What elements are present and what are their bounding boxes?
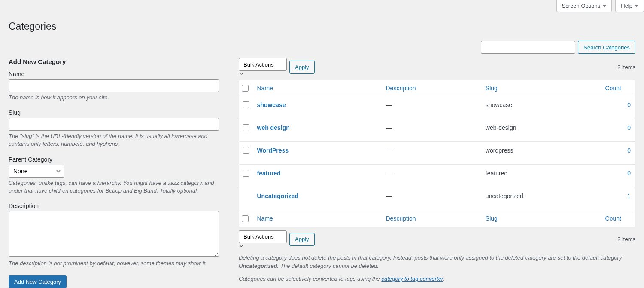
table-row: featured—featured0: [239, 165, 635, 187]
add-new-heading: Add New Category: [9, 58, 223, 65]
category-slug: uncategorized: [481, 187, 601, 210]
category-description: —: [382, 165, 481, 187]
category-slug: web-design: [481, 119, 601, 142]
col-name-sort-footer[interactable]: Name: [257, 215, 273, 222]
category-to-tag-converter-link[interactable]: category to tag converter: [381, 276, 443, 282]
category-name-link[interactable]: featured: [257, 170, 281, 177]
search-categories-button[interactable]: Search Categories: [578, 41, 635, 54]
screen-options-label: Screen Options: [562, 3, 601, 9]
slug-help: The "slug" is the URL-friendly version o…: [9, 132, 219, 148]
categories-table: Name Description Slug Count showcase—sho…: [239, 80, 635, 227]
table-row: WordPress—wordpress0: [239, 142, 635, 165]
slug-label: Slug: [9, 109, 223, 116]
help-button[interactable]: Help: [615, 0, 644, 12]
col-slug-sort-footer[interactable]: Slug: [486, 215, 498, 222]
category-description: —: [382, 96, 481, 119]
description-help: The description is not prominent by defa…: [9, 260, 219, 267]
page-title: Categories: [9, 17, 635, 34]
parent-category-select[interactable]: None: [9, 165, 64, 178]
parent-category-label: Parent Category: [9, 156, 223, 163]
items-count-bottom: 2 items: [617, 236, 635, 242]
category-count-link[interactable]: 0: [627, 147, 631, 154]
chevron-down-icon: [239, 71, 287, 76]
col-description-sort-footer[interactable]: Description: [386, 215, 416, 222]
description-textarea[interactable]: [9, 211, 219, 257]
select-all-checkbox-bottom[interactable]: [242, 215, 249, 222]
table-row: showcase—showcase0: [239, 96, 635, 119]
col-description-sort[interactable]: Description: [386, 85, 416, 92]
delete-note: Deleting a category does not delete the …: [239, 254, 635, 270]
category-slug: featured: [481, 165, 601, 187]
add-new-category-button[interactable]: Add New Category: [9, 275, 67, 288]
category-count-link[interactable]: 0: [627, 170, 631, 177]
category-description: —: [382, 119, 481, 142]
name-input[interactable]: [9, 79, 219, 92]
search-input[interactable]: [481, 41, 575, 54]
apply-button-bottom[interactable]: Apply: [289, 233, 315, 246]
row-checkbox[interactable]: [243, 170, 249, 177]
col-count-sort[interactable]: Count: [605, 85, 621, 92]
select-all-checkbox-top[interactable]: [242, 85, 249, 92]
name-help: The name is how it appears on your site.: [9, 94, 219, 101]
row-checkbox[interactable]: [243, 101, 249, 108]
category-slug: showcase: [481, 96, 601, 119]
col-name-sort[interactable]: Name: [257, 85, 273, 92]
triangle-down-icon: [603, 5, 606, 7]
bulk-actions-select-bottom[interactable]: Bulk Actions: [239, 230, 287, 243]
apply-button-top[interactable]: Apply: [289, 61, 315, 74]
table-row: Uncategorized—uncategorized1: [239, 187, 635, 210]
category-name-link[interactable]: WordPress: [257, 147, 289, 154]
name-label: Name: [9, 70, 223, 77]
triangle-down-icon: [635, 5, 638, 7]
row-checkbox[interactable]: [243, 124, 249, 131]
slug-input[interactable]: [9, 118, 219, 131]
screen-options-button[interactable]: Screen Options: [556, 0, 612, 12]
category-slug: wordpress: [481, 142, 601, 165]
category-count-link[interactable]: 1: [627, 193, 631, 199]
description-label: Description: [9, 202, 223, 209]
col-slug-sort[interactable]: Slug: [486, 85, 498, 92]
chevron-down-icon: [239, 243, 287, 248]
category-name-link[interactable]: showcase: [257, 101, 286, 108]
parent-help: Categories, unlike tags, can have a hier…: [9, 179, 219, 195]
category-description: —: [382, 142, 481, 165]
table-row: web design—web-design0: [239, 119, 635, 142]
category-count-link[interactable]: 0: [627, 124, 631, 131]
category-description: —: [382, 187, 481, 210]
items-count-top: 2 items: [617, 64, 635, 70]
row-checkbox[interactable]: [243, 147, 249, 154]
convert-note: Categories can be selectively converted …: [239, 275, 635, 283]
category-name-link[interactable]: Uncategorized: [257, 193, 298, 199]
category-name-link[interactable]: web design: [257, 124, 290, 131]
category-count-link[interactable]: 0: [627, 101, 631, 108]
bulk-actions-select-top[interactable]: Bulk Actions: [239, 58, 287, 71]
help-label: Help: [621, 3, 632, 9]
col-count-sort-footer[interactable]: Count: [605, 215, 621, 222]
